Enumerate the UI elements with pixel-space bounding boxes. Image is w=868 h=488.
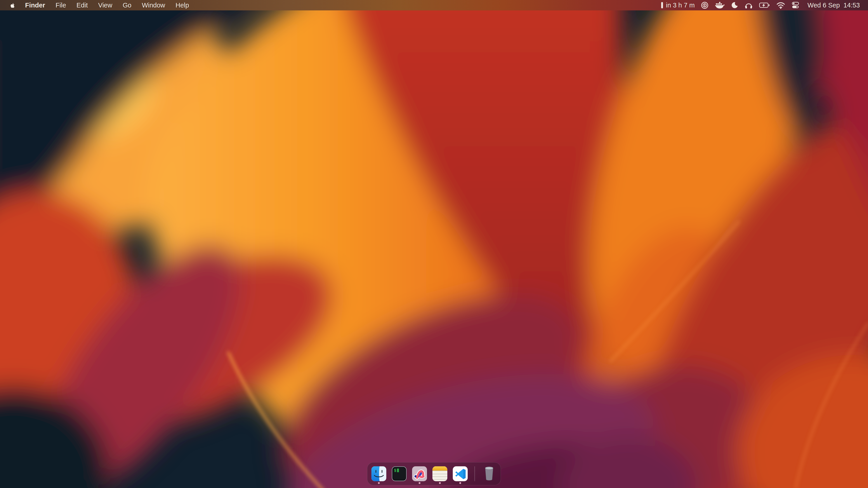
focus-menu[interactable]: [731, 2, 738, 9]
menu-item-window[interactable]: Window: [142, 0, 165, 10]
finder-icon: [371, 466, 386, 481]
running-indicator: [459, 482, 461, 484]
menu-bar-status: in 3 h 7 m: [661, 0, 868, 10]
dock-item-terminal[interactable]: $: [392, 463, 407, 485]
moon-icon: [731, 2, 738, 9]
battery-charging-icon: [759, 2, 770, 9]
menu-item-view[interactable]: View: [98, 0, 112, 10]
next-event-status[interactable]: in 3 h 7 m: [661, 2, 694, 9]
svg-text:$: $: [394, 468, 396, 473]
event-indicator-icon: [661, 2, 663, 8]
onepassword-menu[interactable]: [701, 2, 708, 9]
terminal-icon: $: [392, 466, 407, 481]
menu-item-file[interactable]: File: [56, 0, 66, 10]
dock-item-finder[interactable]: [371, 463, 386, 485]
menu-item-help[interactable]: Help: [176, 0, 189, 10]
menu-item-finder[interactable]: Finder: [25, 0, 45, 10]
next-event-label: in 3 h 7 m: [666, 2, 694, 9]
menu-bar: Finder File Edit View Go Window Help in …: [0, 0, 868, 10]
battery-menu[interactable]: [759, 2, 770, 9]
docker-menu[interactable]: [715, 1, 725, 9]
notes-icon: [432, 466, 447, 481]
running-indicator: [439, 482, 441, 484]
menu-bar-left: Finder File Edit View Go Window Help: [0, 0, 189, 10]
dock-item-notes[interactable]: [432, 463, 447, 485]
audio-device-menu[interactable]: [745, 1, 753, 9]
vscode-icon: [453, 466, 468, 481]
desktop-wallpaper: [0, 0, 868, 488]
menu-bar-clock[interactable]: Wed 6 Sep 14:53: [807, 2, 860, 9]
dock-item-arc[interactable]: [412, 463, 427, 485]
wifi-menu[interactable]: [776, 2, 785, 9]
dock: $: [367, 462, 501, 485]
apple-menu[interactable]: [8, 2, 15, 9]
dock-separator: [474, 466, 475, 481]
control-center-icon: [792, 2, 799, 9]
wifi-icon: [776, 2, 785, 9]
menu-item-go[interactable]: Go: [123, 0, 131, 10]
menu-item-edit[interactable]: Edit: [76, 0, 88, 10]
control-center-menu[interactable]: [792, 2, 799, 9]
running-indicator: [418, 482, 421, 484]
headphones-icon: [745, 1, 753, 9]
dock-item-trash[interactable]: [482, 463, 497, 485]
dock-item-vscode[interactable]: [453, 463, 468, 485]
arc-browser-icon: [412, 466, 427, 481]
apple-icon: [8, 2, 15, 9]
running-indicator: [378, 482, 380, 484]
trash-icon: [483, 466, 496, 482]
docker-icon: [715, 1, 725, 9]
desktop: Finder File Edit View Go Window Help in …: [0, 0, 868, 488]
onepassword-icon: [701, 2, 708, 9]
